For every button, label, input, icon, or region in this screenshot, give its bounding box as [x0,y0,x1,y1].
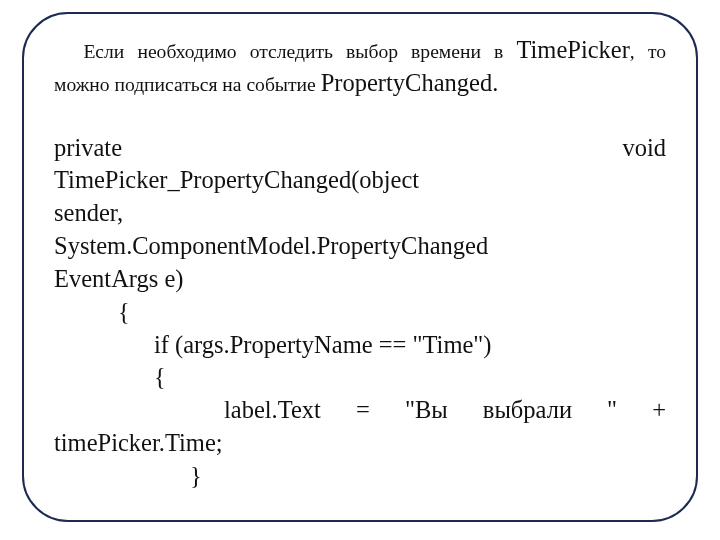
intro-timepicker: TimePicker [516,36,629,63]
code-block: private void TimePicker_PropertyChanged(… [54,132,666,493]
slide-frame: Если необходимо отследить выбор времени … [22,12,698,522]
code-line-7: if (args.PropertyName == "Time") [54,329,666,362]
code-line-6: { [54,296,666,329]
code-line-9-rest: label.Text = "Вы выбрали " + [224,394,666,427]
code-line-1: private void [54,132,666,165]
code-private: private [54,132,122,165]
slide-content: Если необходимо отследить выбор времени … [54,34,666,493]
code-line-3: sender, [54,197,666,230]
code-line-11: } [54,460,666,493]
blank-line [54,100,666,132]
intro-paragraph: Если необходимо отследить выбор времени … [54,34,666,100]
code-line-5: EventArgs e) [54,263,666,296]
code-line-4: System.ComponentModel.PropertyChanged [54,230,666,263]
code-line-2: TimePicker_PropertyChanged(object [54,164,666,197]
code-void: void [622,132,666,165]
intro-propchanged: PropertyChanged. [321,69,499,96]
intro-prefix: Если необходимо отследить выбор времени … [83,41,516,62]
code-line-9: label.Text = "Вы выбрали " + [54,394,666,427]
code-line-10: timePicker.Time; [54,427,666,460]
code-line-8: { [54,361,666,394]
code-line-9-lead [54,394,224,427]
